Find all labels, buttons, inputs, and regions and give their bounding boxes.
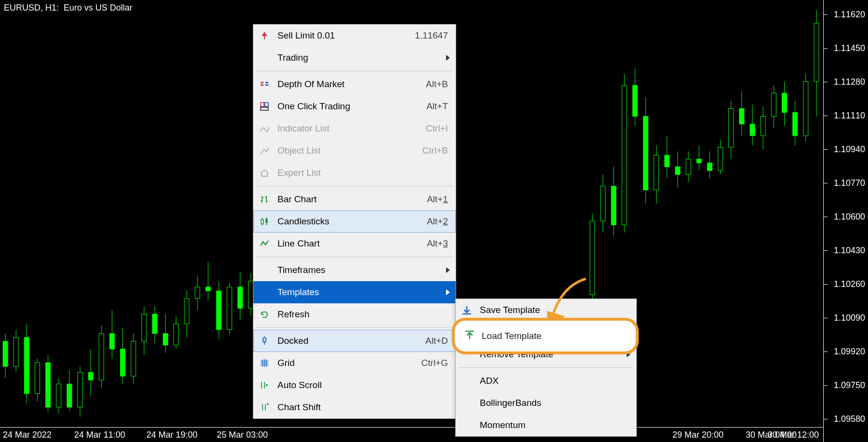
svg-rect-17 <box>88 372 93 380</box>
svg-rect-29 <box>152 314 157 333</box>
svg-rect-31 <box>163 334 168 345</box>
menu-tf[interactable]: Timeframes <box>253 259 456 281</box>
blank-icon <box>259 52 270 63</box>
price-label: 1.10600 <box>834 212 865 222</box>
svg-rect-97 <box>793 113 798 136</box>
price-label: 1.09920 <box>834 347 865 357</box>
submenu-arrow-icon <box>627 351 631 358</box>
svg-rect-103 <box>261 82 263 83</box>
tpl-mom[interactable]: Momentum <box>456 414 636 436</box>
menu-grid[interactable]: GridCtrl+G <box>253 352 456 374</box>
menu-docked[interactable]: DockedAlt+D <box>253 330 456 352</box>
price-label: 1.09580 <box>834 414 865 424</box>
svg-rect-15 <box>78 372 82 407</box>
menu-separator <box>256 186 453 186</box>
menu-item-label: Indicator List <box>277 123 411 134</box>
svg-rect-101 <box>814 23 819 81</box>
tpl-remove[interactable]: Remove Template <box>456 343 636 365</box>
menu-shortcut: Alt+B <box>426 79 448 90</box>
svg-rect-61 <box>601 186 605 221</box>
svg-rect-39 <box>206 287 210 291</box>
svg-rect-87 <box>739 109 744 124</box>
blank-icon <box>461 376 472 386</box>
svg-rect-13 <box>67 384 72 407</box>
menu-item-label: Candlesticks <box>277 216 412 227</box>
menu-sell_limit[interactable]: Sell Limit 0.011.11647 <box>253 25 456 47</box>
price-label: 1.11280 <box>834 77 865 87</box>
submenu-arrow-icon <box>446 54 451 61</box>
menu-explist: Expert List <box>253 162 456 184</box>
price-label: 1.10430 <box>834 246 865 256</box>
menu-trading[interactable]: Trading <box>253 47 456 69</box>
price-axis: 1.116201.114501.112801.111101.109401.107… <box>823 0 868 442</box>
menu-separator <box>256 257 453 257</box>
menu-shortcut: Alt+T <box>426 101 448 112</box>
menu-item-label: Save Template <box>480 305 629 315</box>
svg-rect-119 <box>265 219 268 223</box>
menu-item-label: Trading <box>277 52 448 63</box>
menu-line[interactable]: Line ChartAlt+3 <box>253 233 456 255</box>
blank-icon <box>461 420 472 430</box>
menu-candle[interactable]: CandlesticksAlt+2 <box>253 210 456 233</box>
line-icon <box>259 238 270 249</box>
blank-icon <box>259 287 270 298</box>
menu-item-label: Remove Template <box>480 349 629 360</box>
load-tpl-icon <box>461 327 472 338</box>
price-label: 1.11450 <box>834 43 865 53</box>
oneclick-icon <box>259 101 270 112</box>
menu-item-label: Bar Chart <box>277 194 412 205</box>
chartshift-icon <box>259 402 270 413</box>
svg-rect-89 <box>750 124 755 136</box>
svg-rect-69 <box>643 117 648 190</box>
price-label: 1.10260 <box>834 279 865 289</box>
menu-oneclick[interactable]: One Click TradingAlt+T <box>253 95 456 117</box>
svg-rect-65 <box>622 85 627 225</box>
svg-rect-45 <box>238 287 243 308</box>
menu-separator <box>256 327 453 328</box>
menu-objlist: Object ListCtrl+B <box>253 140 456 162</box>
blank-icon <box>461 349 472 360</box>
svg-rect-75 <box>675 167 680 174</box>
bar-icon <box>259 194 270 205</box>
menu-item-label: Templates <box>277 287 448 298</box>
save-tpl-icon <box>461 305 472 315</box>
candle-icon <box>259 216 270 227</box>
chart-title: EURUSD, H1: Euro vs US Dollar <box>4 3 132 13</box>
menu-tpl[interactable]: Templates <box>253 281 456 303</box>
blank-icon <box>259 265 270 275</box>
menu-chartshift[interactable]: Chart Shift <box>253 396 456 418</box>
svg-rect-33 <box>174 324 179 345</box>
chart-context-menu: Sell Limit 0.011.11647TradingDepth Of Ma… <box>253 24 456 419</box>
tpl-save[interactable]: Save Template <box>456 299 636 321</box>
price-label: 1.09750 <box>834 380 865 390</box>
menu-depth[interactable]: Depth Of MarketAlt+B <box>253 73 456 95</box>
svg-rect-67 <box>632 85 637 116</box>
svg-rect-23 <box>120 349 125 376</box>
svg-rect-116 <box>261 220 263 224</box>
menu-item-label: Sell Limit 0.01 <box>277 30 400 41</box>
menu-bar[interactable]: Bar ChartAlt+1 <box>253 188 456 210</box>
menu-shortcut: Alt+2 <box>427 216 448 227</box>
blank-icon <box>461 398 472 408</box>
svg-rect-9 <box>46 363 51 407</box>
tpl-load[interactable]: Load Template <box>456 321 636 343</box>
tpl-bb[interactable]: BollingerBands <box>456 392 636 414</box>
indicator-icon <box>259 123 270 134</box>
menu-refresh[interactable]: Refresh <box>253 303 456 325</box>
svg-rect-81 <box>707 163 712 170</box>
sell-limit-icon <box>259 30 270 41</box>
tpl-adx[interactable]: ADX <box>456 370 636 392</box>
menu-item-label: Auto Scroll <box>277 380 448 390</box>
menu-shortcut: Alt+3 <box>427 238 448 249</box>
pin-icon <box>259 336 270 346</box>
svg-rect-108 <box>265 103 268 106</box>
svg-rect-71 <box>654 155 659 190</box>
svg-rect-91 <box>761 117 765 136</box>
svg-rect-83 <box>718 147 723 170</box>
menu-shortcut: 1.11647 <box>415 30 448 41</box>
object-icon <box>259 145 270 156</box>
menu-item-label: Docked <box>277 336 411 346</box>
time-label: 25 Mar 03:00 <box>217 430 268 440</box>
menu-autoscroll[interactable]: Auto Scroll <box>253 374 456 396</box>
menu-item-label: Timeframes <box>277 265 448 275</box>
